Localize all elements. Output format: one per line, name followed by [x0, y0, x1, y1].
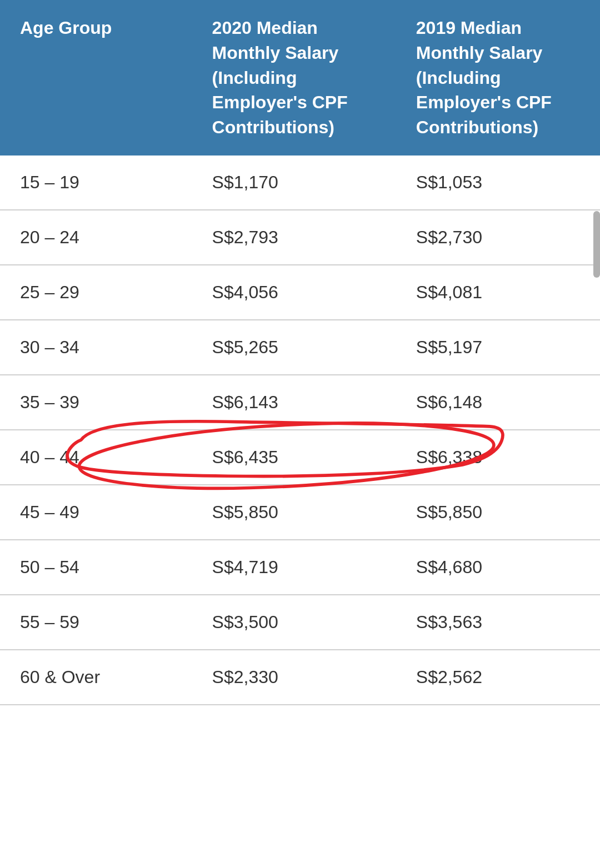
cell-2020-salary: S$2,330 [192, 650, 396, 705]
table-row: 20 – 24S$2,793S$2,730 [0, 210, 600, 265]
cell-2019-salary: S$5,197 [396, 320, 600, 375]
table-row: 50 – 54S$4,719S$4,680 [0, 540, 600, 595]
table-row: 60 & OverS$2,330S$2,562 [0, 650, 600, 705]
cell-2019-salary: S$2,730 [396, 210, 600, 265]
cell-2019-salary: S$3,563 [396, 595, 600, 650]
cell-2020-salary: S$6,435 [192, 430, 396, 485]
scrollbar[interactable] [593, 211, 600, 278]
cell-age-group: 50 – 54 [0, 540, 192, 595]
table-row: 40 – 44S$6,435S$6,338 [0, 430, 600, 485]
cell-2020-salary: S$5,265 [192, 320, 396, 375]
cell-age-group: 15 – 19 [0, 155, 192, 210]
cell-age-group: 60 & Over [0, 650, 192, 705]
table-row: 25 – 29S$4,056S$4,081 [0, 265, 600, 320]
header-2019-salary: 2019 MedianMonthly Salary(IncludingEmplo… [396, 0, 600, 155]
cell-2019-salary: S$6,338 [396, 430, 600, 485]
cell-2019-salary: S$2,562 [396, 650, 600, 705]
cell-2019-salary: S$4,680 [396, 540, 600, 595]
table-header-row: Age Group 2020 MedianMonthly Salary(Incl… [0, 0, 600, 155]
cell-2019-salary: S$6,148 [396, 375, 600, 430]
cell-2020-salary: S$4,719 [192, 540, 396, 595]
salary-table: Age Group 2020 MedianMonthly Salary(Incl… [0, 0, 600, 705]
cell-2019-salary: S$5,850 [396, 485, 600, 540]
cell-2020-salary: S$5,850 [192, 485, 396, 540]
cell-2020-salary: S$6,143 [192, 375, 396, 430]
cell-age-group: 35 – 39 [0, 375, 192, 430]
cell-2020-salary: S$1,170 [192, 155, 396, 210]
header-age-group: Age Group [0, 0, 192, 155]
salary-table-container: Age Group 2020 MedianMonthly Salary(Incl… [0, 0, 600, 705]
cell-age-group: 45 – 49 [0, 485, 192, 540]
cell-age-group: 30 – 34 [0, 320, 192, 375]
table-row: 35 – 39S$6,143S$6,148 [0, 375, 600, 430]
cell-2019-salary: S$1,053 [396, 155, 600, 210]
cell-age-group: 55 – 59 [0, 595, 192, 650]
table-row: 15 – 19S$1,170S$1,053 [0, 155, 600, 210]
cell-2020-salary: S$3,500 [192, 595, 396, 650]
cell-age-group: 20 – 24 [0, 210, 192, 265]
header-2020-salary: 2020 MedianMonthly Salary(IncludingEmplo… [192, 0, 396, 155]
table-row: 30 – 34S$5,265S$5,197 [0, 320, 600, 375]
table-row: 55 – 59S$3,500S$3,563 [0, 595, 600, 650]
cell-2020-salary: S$2,793 [192, 210, 396, 265]
cell-age-group: 25 – 29 [0, 265, 192, 320]
cell-2019-salary: S$4,081 [396, 265, 600, 320]
cell-2020-salary: S$4,056 [192, 265, 396, 320]
table-row: 45 – 49S$5,850S$5,850 [0, 485, 600, 540]
cell-age-group: 40 – 44 [0, 430, 192, 485]
